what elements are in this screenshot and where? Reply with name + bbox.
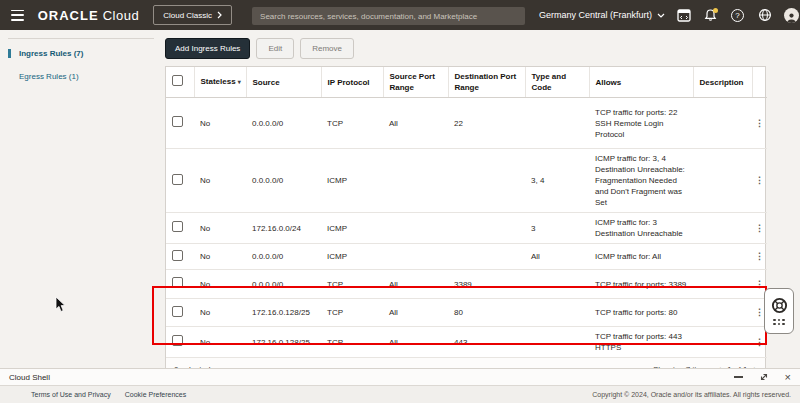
cell-allows: TCP traffic for ports: 443 HTTPS <box>589 327 693 358</box>
region-label: Germany Central (Frankfurt) <box>539 10 652 20</box>
remove-button[interactable]: Remove <box>300 38 354 59</box>
language-globe-icon[interactable] <box>756 7 773 24</box>
row-checkbox[interactable] <box>172 250 183 261</box>
minimize-icon[interactable] <box>734 376 743 377</box>
page-footer: Terms of Use and Privacy Cookie Preferen… <box>0 385 800 403</box>
cell-source-port: All <box>383 327 448 358</box>
copyright-text: Copyright © 2024, Oracle and/or its affi… <box>592 391 791 398</box>
cell-description <box>693 98 752 149</box>
cell-source: 0.0.0.0/0 <box>246 149 321 213</box>
hamburger-menu-icon[interactable] <box>11 10 24 21</box>
cookie-preferences-link[interactable]: Cookie Preferences <box>125 391 186 398</box>
terms-of-use-link[interactable]: Terms of Use and Privacy <box>31 391 111 398</box>
add-ingress-rules-button[interactable]: Add Ingress Rules <box>165 38 250 59</box>
table-row: No 172.16.0.0/24 ICMP 3 ICMP traffic for… <box>166 213 767 244</box>
help-icon[interactable]: ? <box>729 7 746 24</box>
cell-ip-protocol: ICMP <box>321 213 383 244</box>
col-header-source-port-range[interactable]: Source Port Range <box>383 67 448 98</box>
col-header-source[interactable]: Source <box>246 67 321 98</box>
footer-links: Terms of Use and Privacy Cookie Preferen… <box>31 391 186 398</box>
cell-stateless: No <box>194 299 246 327</box>
cell-stateless: No <box>194 149 246 213</box>
user-avatar[interactable] <box>783 7 800 24</box>
table-row-highlighted: No 172.16.0.128/25 TCP All 80 TCP traffi… <box>166 299 767 327</box>
ingress-rules-table: Stateless▾ Source IP Protocol Source Por… <box>166 67 767 358</box>
cell-source: 172.16.0.128/25 <box>246 299 321 327</box>
row-actions-kebab-icon[interactable]: ⋮ <box>752 213 767 244</box>
oracle-cloud-logo[interactable]: ORACLE Cloud <box>38 8 139 23</box>
cloud-shell-title: Cloud Shell <box>9 373 50 382</box>
chevron-down-icon <box>657 13 665 18</box>
row-actions-kebab-icon[interactable]: ⋮ <box>752 244 767 270</box>
cloud-shell-controls: × <box>734 372 791 383</box>
cell-source-port <box>383 213 448 244</box>
cell-type-and-code <box>525 98 589 149</box>
close-icon[interactable]: × <box>785 372 791 383</box>
row-checkbox[interactable] <box>172 306 183 317</box>
cell-type-and-code <box>525 299 589 327</box>
select-all-checkbox[interactable] <box>172 75 183 86</box>
notification-dot <box>713 8 718 13</box>
cell-source: 172.16.0.0/24 <box>246 213 321 244</box>
col-header-actions <box>752 67 767 98</box>
table-row: No 0.0.0.0/0 TCP All 3389 TCP traffic fo… <box>166 270 767 299</box>
table-row: No 0.0.0.0/0 TCP All 22 TCP traffic for … <box>166 98 767 149</box>
cell-type-and-code: 3 <box>525 213 589 244</box>
sidebar-item-ingress-rules[interactable]: Ingress Rules (7) <box>8 49 162 58</box>
row-checkbox[interactable] <box>172 116 183 127</box>
table-toolbar: Add Ingress Rules Edit Remove <box>165 38 800 59</box>
col-header-description[interactable]: Description <box>693 67 752 98</box>
expand-icon[interactable] <box>759 372 769 382</box>
cell-stateless: No <box>194 270 246 299</box>
col-header-allows[interactable]: Allows <box>589 67 693 98</box>
cell-source: 0.0.0.0/0 <box>246 244 321 270</box>
cell-ip-protocol: TCP <box>321 299 383 327</box>
cell-description <box>693 149 752 213</box>
col-header-stateless[interactable]: Stateless▾ <box>194 67 246 98</box>
chevron-right-icon <box>217 11 222 19</box>
col-header-ip-protocol[interactable]: IP Protocol <box>321 67 383 98</box>
row-checkbox[interactable] <box>172 221 183 232</box>
table-row-highlighted: No 172.16.0.128/25 TCP All 443 TCP traff… <box>166 327 767 358</box>
cell-description <box>693 327 752 358</box>
cell-stateless: No <box>194 244 246 270</box>
cell-source-port: All <box>383 270 448 299</box>
floating-help-widget[interactable] <box>764 288 794 334</box>
edit-button[interactable]: Edit <box>256 38 294 59</box>
sidebar: Ingress Rules (7) Egress Rules (1) <box>0 30 162 368</box>
search-input[interactable] <box>252 7 525 25</box>
cell-stateless: No <box>194 327 246 358</box>
cloud-classic-button[interactable]: Cloud Classic <box>153 5 232 25</box>
help-question-mark: ? <box>731 9 744 22</box>
sort-icon: ▾ <box>238 79 241 85</box>
developer-tools-icon[interactable] <box>675 7 692 24</box>
cell-type-and-code: 3, 4 <box>525 149 589 213</box>
cell-source: 0.0.0.0/0 <box>246 98 321 149</box>
sidebar-divider <box>8 38 154 39</box>
cell-ip-protocol: TCP <box>321 327 383 358</box>
cell-destination-port <box>448 149 525 213</box>
cell-allows: TCP traffic for ports: 80 <box>589 299 693 327</box>
row-actions-kebab-icon[interactable]: ⋮ <box>752 98 767 149</box>
cell-stateless: No <box>194 98 246 149</box>
row-actions-kebab-icon[interactable]: ⋮ <box>752 149 767 213</box>
cell-description <box>693 270 752 299</box>
cell-destination-port: 80 <box>448 299 525 327</box>
cloud-classic-label: Cloud Classic <box>163 11 212 20</box>
cell-ip-protocol: TCP <box>321 270 383 299</box>
cell-destination-port: 22 <box>448 98 525 149</box>
cell-source-port: All <box>383 299 448 327</box>
notifications-bell-icon[interactable] <box>702 7 719 24</box>
drag-handle-dots-icon[interactable] <box>773 319 784 326</box>
select-all-cell <box>166 67 194 98</box>
col-header-type-and-code[interactable]: Type and Code <box>525 67 589 98</box>
col-header-destination-port-range[interactable]: Destination Port Range <box>448 67 525 98</box>
row-checkbox[interactable] <box>172 335 183 346</box>
sidebar-item-egress-rules[interactable]: Egress Rules (1) <box>19 72 162 81</box>
cell-destination-port: 3389 <box>448 270 525 299</box>
cell-destination-port <box>448 213 525 244</box>
row-checkbox[interactable] <box>172 277 183 288</box>
region-selector[interactable]: Germany Central (Frankfurt) <box>539 10 665 20</box>
cell-type-and-code: All <box>525 244 589 270</box>
row-checkbox[interactable] <box>172 174 183 185</box>
